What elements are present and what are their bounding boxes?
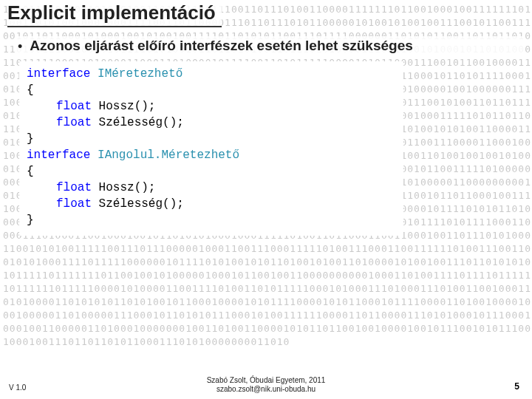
code-line: { (27, 82, 396, 98)
code-line: float Szélesség(); (27, 196, 396, 212)
code-line: } (27, 212, 396, 228)
bullet-dot-icon: • (18, 38, 22, 55)
page-number: 5 (512, 381, 522, 392)
code-block: interface IMéretezhető { float Hossz(); … (19, 61, 403, 236)
slide-footer: V 1.0 Szabó Zsolt, Óbudai Egyetem, 2011 … (0, 374, 532, 396)
code-line: float Hossz(); (27, 98, 396, 115)
slide-title: Explicit implementáció (7, 1, 222, 27)
bullet-text: Azonos eljárást előíró interfészek eseté… (30, 38, 412, 54)
footer-author: Szabó Zsolt, Óbudai Egyetem, 2011 (207, 376, 326, 385)
code-line: interface IAngolul.Méretezhető (27, 147, 396, 163)
footer-email: szabo.zsolt@nik.uni-obuda.hu (207, 385, 326, 394)
code-line: } (27, 131, 396, 147)
code-line: interface IMéretezhető (27, 66, 396, 82)
bullet-item: • Azonos eljárást előíró interfészek ese… (15, 36, 525, 57)
version-label: V 1.0 (7, 383, 27, 392)
code-line: float Hossz(); (27, 180, 396, 196)
slide-content: Explicit implementáció • Azonos eljárást… (0, 0, 532, 399)
code-line: float Szélesség(); (27, 115, 396, 131)
code-line: { (27, 163, 396, 180)
footer-credits: Szabó Zsolt, Óbudai Egyetem, 2011 szabo.… (204, 375, 329, 395)
